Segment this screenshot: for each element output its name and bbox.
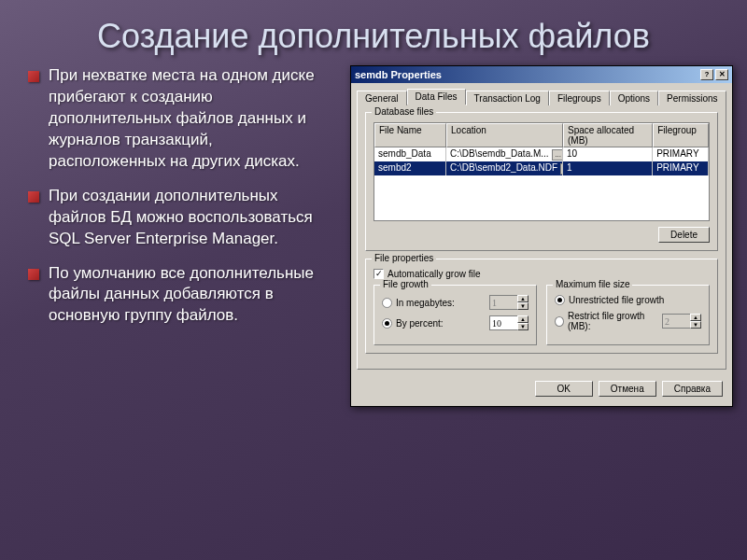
tab-strip: General Data Files Transaction Log Fileg…: [351, 83, 732, 104]
chevron-up-icon[interactable]: ▲: [517, 295, 529, 302]
col-location[interactable]: Location: [446, 123, 563, 147]
cell-file-name[interactable]: semdb_Data: [374, 147, 446, 161]
tab-transaction-log[interactable]: Transaction Log: [466, 91, 549, 105]
tab-options[interactable]: Options: [610, 91, 658, 105]
dialog-titlebar[interactable]: semdb Properties ? ✕: [351, 66, 732, 83]
growth-megabytes-label: In megabytes:: [396, 298, 455, 308]
cell-filegroup[interactable]: PRIMARY: [653, 147, 709, 161]
growth-megabytes-radio[interactable]: [382, 298, 392, 308]
tab-data-files[interactable]: Data Files: [407, 89, 466, 105]
growth-percent-radio[interactable]: [382, 318, 392, 329]
restrict-input[interactable]: [662, 314, 690, 329]
close-icon[interactable]: ✕: [715, 69, 728, 80]
slide-title: Создание дополнительных файлов: [0, 0, 747, 65]
restrict-spinner[interactable]: ▲▼: [662, 314, 701, 329]
auto-grow-checkbox[interactable]: ✓: [374, 269, 384, 279]
browse-icon[interactable]: ...: [552, 149, 563, 161]
group-legend: Database files: [372, 106, 436, 117]
file-growth-group: File growth In megabytes: ▲▼: [374, 285, 537, 345]
auto-grow-label: Automatically grow file: [388, 269, 480, 279]
files-grid[interactable]: File Name Location Space allocated (MB) …: [374, 122, 710, 221]
file-properties-group: File properties ✓ Automatically grow fil…: [365, 259, 718, 354]
group-legend: File growth: [380, 279, 431, 289]
table-row[interactable]: semdb_Data C:\DB\semdb_Data.M...... 10 P…: [374, 147, 709, 161]
tab-permissions[interactable]: Permissions: [658, 91, 726, 105]
table-row[interactable]: sembd2 C:\DB\sembd2_Data.NDF... 1 PRIMAR…: [374, 161, 709, 175]
tab-general[interactable]: General: [357, 91, 407, 105]
group-legend: Maximum file size: [553, 279, 632, 289]
help-button[interactable]: Справка: [662, 381, 723, 397]
growth-percent-label: By percent:: [396, 318, 444, 329]
help-icon[interactable]: ?: [700, 69, 713, 80]
restrict-label: Restrict file growth (MB):: [568, 311, 658, 331]
dialog-title: semdb Properties: [355, 69, 442, 80]
bullet-item: При нехватке места на одном диске прибег…: [28, 65, 327, 173]
database-files-group: Database files File Name Location Space …: [365, 112, 718, 251]
cancel-button[interactable]: Отмена: [599, 381, 656, 397]
ok-button[interactable]: OK: [535, 381, 593, 397]
unrestricted-radio[interactable]: [555, 295, 565, 305]
chevron-up-icon[interactable]: ▲: [517, 315, 529, 323]
col-file-name[interactable]: File Name: [374, 123, 446, 147]
properties-dialog: semdb Properties ? ✕ General Data Files …: [350, 65, 733, 407]
percent-spinner[interactable]: ▲▼: [489, 315, 529, 330]
chevron-down-icon[interactable]: ▼: [517, 302, 529, 310]
cell-location[interactable]: C:\DB\sembd2_Data.NDF...: [446, 161, 563, 175]
bullet-list: При нехватке места на одном диске прибег…: [28, 65, 327, 407]
bullet-item: При создании дополнительных файлов БД мо…: [28, 186, 327, 250]
unrestricted-label: Unrestricted file growth: [569, 295, 664, 305]
col-space[interactable]: Space allocated (MB): [563, 123, 653, 147]
group-legend: File properties: [372, 253, 436, 263]
delete-button[interactable]: Delete: [658, 227, 710, 243]
cell-space[interactable]: 1: [563, 161, 653, 175]
tab-panel: Database files File Name Location Space …: [357, 104, 726, 370]
cell-file-name[interactable]: sembd2: [374, 161, 446, 175]
chevron-down-icon[interactable]: ▼: [517, 323, 529, 330]
tab-filegroups[interactable]: Filegroups: [549, 91, 610, 105]
cell-location[interactable]: C:\DB\semdb_Data.M......: [446, 147, 563, 161]
percent-input[interactable]: [489, 315, 517, 330]
dialog-footer: OK Отмена Справка: [351, 375, 732, 406]
max-file-size-group: Maximum file size Unrestricted file grow…: [546, 285, 710, 345]
chevron-down-icon[interactable]: ▼: [690, 321, 701, 329]
cell-filegroup[interactable]: PRIMARY: [653, 161, 709, 175]
cell-space[interactable]: 10: [563, 147, 653, 161]
megabytes-input[interactable]: [489, 295, 517, 310]
col-filegroup[interactable]: Filegroup: [653, 123, 709, 147]
restrict-radio[interactable]: [555, 316, 564, 327]
bullet-item: По умолчанию все дополнительные файлы да…: [28, 263, 327, 328]
megabytes-spinner[interactable]: ▲▼: [489, 295, 529, 310]
chevron-up-icon[interactable]: ▲: [690, 314, 701, 321]
